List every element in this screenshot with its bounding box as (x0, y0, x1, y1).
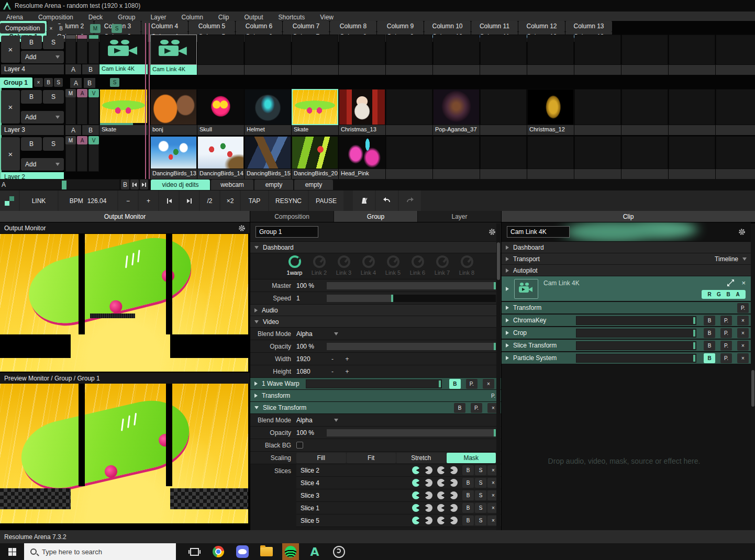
clip-name[interactable] (621, 169, 668, 179)
black-bg-checkbox[interactable] (296, 442, 303, 449)
group1-solo-button[interactable]: S (54, 78, 63, 87)
effect-mix-slider[interactable] (306, 379, 442, 388)
clip-cell[interactable]: bonj (150, 89, 197, 135)
clip-thumbnail[interactable] (292, 35, 338, 65)
rotate-cw-icon[interactable] (412, 491, 420, 499)
clip-name[interactable] (669, 169, 715, 179)
clip-thumbnail[interactable] (669, 89, 715, 125)
solo-button[interactable]: S (475, 490, 486, 500)
effect-transform[interactable]: Transform P. (250, 390, 501, 402)
bpm-decrease-button[interactable]: − (118, 191, 138, 211)
clip-thumbnail[interactable] (292, 89, 338, 125)
clip-thumbnail[interactable] (621, 35, 668, 65)
clip-thumbnail[interactable] (433, 89, 480, 125)
slice-name[interactable]: Slice 4 (301, 479, 407, 487)
composition-clear-button[interactable]: × (47, 24, 55, 33)
clip-cell[interactable] (197, 35, 244, 75)
bypass-button[interactable]: B (462, 478, 474, 488)
clip-name[interactable]: DancingBirds_14 (197, 169, 244, 179)
clip-thumbnail[interactable] (574, 35, 621, 65)
flip-v-icon[interactable] (450, 466, 458, 474)
dashboard-knob[interactable]: Link 4 (357, 253, 380, 276)
layer3-name[interactable]: Layer 3 (1, 125, 64, 135)
section-dashboard[interactable]: Dashboard (250, 242, 501, 253)
layer2-close-button[interactable]: × (1, 137, 20, 171)
clip-source-row[interactable]: Cam Link 4K × RGBA (502, 276, 751, 301)
clip-cell[interactable] (621, 89, 668, 135)
column-header[interactable]: Column 9 (377, 21, 424, 31)
bypass-button[interactable]: B (704, 353, 715, 363)
width-decrease-button[interactable]: - (327, 355, 338, 363)
clip-cell[interactable] (527, 35, 574, 75)
ableton-link-button[interactable]: LINK (20, 191, 58, 211)
clip-cell[interactable] (480, 35, 527, 75)
flip-v-icon[interactable] (450, 517, 458, 524)
layer4-solo-button[interactable]: S (43, 36, 64, 49)
clip-cell[interactable] (716, 89, 755, 135)
clip-cell[interactable]: Cam Link 4K (150, 35, 197, 75)
clip-cell[interactable] (621, 136, 668, 179)
clip-cell[interactable]: Pop-Aganda_37 (433, 89, 480, 135)
layer4-blend-dropdown[interactable]: Add (21, 51, 64, 63)
flip-h-icon[interactable] (437, 466, 445, 474)
clip-cell[interactable] (669, 89, 715, 135)
clip-name[interactable]: Pop-Aganda_37 (433, 125, 480, 135)
composition-bypass-button[interactable]: B (57, 24, 65, 33)
menu-item[interactable]: Clip (218, 14, 229, 21)
clip-thumbnail[interactable] (527, 136, 574, 169)
column-header[interactable]: Column 7 (283, 21, 329, 31)
clip-name[interactable] (621, 65, 668, 75)
gear-icon[interactable] (238, 225, 246, 232)
remove-button[interactable]: × (737, 316, 749, 326)
pickup-button[interactable]: P. (720, 341, 732, 351)
source-thumbnail[interactable] (514, 279, 538, 299)
deck-tab[interactable]: empty (254, 180, 293, 190)
bypass-button[interactable]: B (449, 379, 461, 389)
menu-item[interactable]: Output (245, 14, 263, 21)
grid-divider-line[interactable] (149, 23, 150, 179)
clip-cell[interactable] (339, 35, 385, 75)
layer4-active-clip[interactable]: Cam Link 4K (99, 35, 148, 74)
crossfader-handle[interactable] (62, 181, 66, 189)
clip-cell[interactable]: Skate (292, 89, 338, 135)
clip-name[interactable] (574, 125, 621, 135)
clip-cell[interactable] (292, 35, 338, 75)
bypass-button[interactable]: B (462, 490, 474, 500)
menu-item[interactable]: Column (181, 14, 203, 21)
obs-button[interactable] (327, 543, 351, 560)
clip-thumbnail[interactable] (480, 35, 527, 65)
dashboard-knob[interactable]: Link 2 (307, 253, 331, 276)
clip-name[interactable] (480, 169, 527, 179)
pickup-button[interactable]: P. (466, 379, 478, 389)
composition-master-button[interactable]: M (90, 24, 101, 33)
rotate-ccw-icon[interactable] (425, 517, 432, 524)
bypass-button[interactable]: B (454, 403, 465, 413)
column-header[interactable]: Column 5 (188, 21, 235, 31)
section-clip-dashboard[interactable]: Dashboard (502, 242, 751, 253)
rotate-ccw-icon[interactable] (425, 479, 432, 487)
clip-thumbnail[interactable] (433, 136, 480, 169)
clip-name[interactable] (339, 65, 385, 75)
height-decrease-button[interactable]: - (327, 368, 338, 375)
layer3-v-button[interactable]: V (88, 89, 99, 97)
effect-mix-slider[interactable] (576, 341, 696, 350)
nudge-up-button[interactable] (180, 191, 199, 211)
solo-button[interactable]: S (475, 478, 486, 488)
effect-clip-transform[interactable]: Transform P. (502, 302, 751, 314)
speed-slider[interactable] (327, 295, 496, 302)
slice-name[interactable]: Slice 3 (301, 492, 407, 499)
flip-v-icon[interactable] (450, 491, 458, 499)
effect-mix-slider[interactable] (576, 329, 696, 338)
clip-cell[interactable] (574, 136, 621, 179)
dashboard-knob[interactable]: Link 8 (455, 253, 479, 276)
group1-bypass-button[interactable]: B (44, 78, 53, 87)
clip-name[interactable] (386, 65, 432, 75)
undo-button[interactable] (376, 191, 398, 211)
scaling-option[interactable]: Fill (296, 453, 346, 463)
tab-layer[interactable]: Layer (418, 211, 501, 222)
clip-name[interactable]: Christmas_12 (527, 125, 574, 135)
width-value[interactable]: 1920 (296, 355, 327, 363)
redo-button[interactable] (399, 191, 421, 211)
rotate-cw-icon[interactable] (412, 466, 420, 474)
clip-name[interactable]: Cam Link 4K (150, 65, 197, 75)
